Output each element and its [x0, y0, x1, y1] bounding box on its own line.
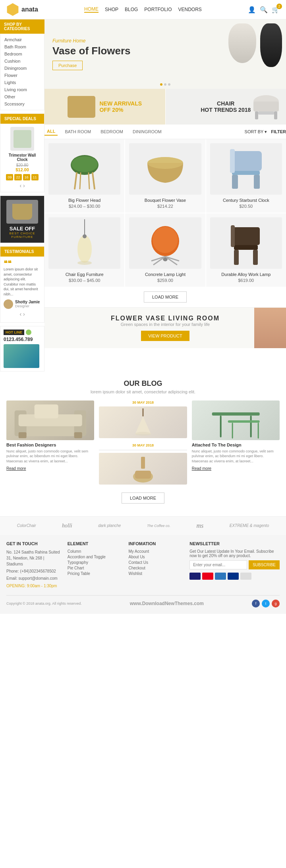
product-card-6[interactable]: Durable Alloy Work Lamp $619.00: [206, 213, 286, 287]
svg-rect-38: [19, 432, 27, 438]
category-other[interactable]: Other: [0, 93, 44, 100]
nav-portfolio[interactable]: PORTFOLIO: [144, 7, 172, 12]
load-more-button[interactable]: LOAD MORE: [144, 291, 187, 303]
footer-info-wishlist[interactable]: Wishlist: [128, 571, 183, 576]
product-grid: Big Flower Head $24.00 – $30.00 Bouquet …: [44, 139, 286, 287]
footer-element-accordion[interactable]: Accordion and Toggle: [68, 555, 122, 559]
social-twitter[interactable]: t: [262, 600, 270, 607]
product-card-1[interactable]: Big Flower Head $24.00 – $30.00: [44, 139, 124, 213]
filter-tab-diningroom[interactable]: DININGROOM: [130, 128, 164, 135]
filter-tab-all[interactable]: ALL: [44, 128, 58, 136]
blog-card-3: Attached To The Design Nunc aliquet, jus…: [192, 400, 280, 488]
category-flower[interactable]: Flower: [0, 72, 44, 79]
nav-blog[interactable]: BLOG: [125, 7, 138, 12]
svg-rect-17: [230, 149, 235, 173]
footer-info-about[interactable]: About Us: [128, 555, 183, 559]
footer-element-column[interactable]: Column: [68, 549, 122, 554]
sofa-svg: [6, 400, 94, 440]
category-accessory[interactable]: Sccessory: [0, 100, 44, 107]
promo-right-banner[interactable]: CHAIR HOT TRENDS 2018: [166, 89, 286, 125]
sort-button[interactable]: SORT BY ▾: [245, 129, 267, 134]
promo-right-text1: CHAIR: [201, 100, 251, 107]
category-bedroom[interactable]: Bedroom: [0, 50, 44, 57]
sale-off-label: SALE OFF: [10, 226, 35, 232]
user-icon[interactable]: 👤: [248, 6, 256, 13]
svg-line-9: [80, 173, 81, 189]
social-facebook[interactable]: f: [252, 600, 260, 607]
product-card-5[interactable]: Concrete Lamp Light $259.00: [125, 213, 205, 287]
hero-cta-button[interactable]: Purchase: [52, 61, 83, 70]
category-cushion[interactable]: Cushion: [0, 57, 44, 65]
lamp-svg-center: [127, 408, 159, 436]
footer-element-pricingtable[interactable]: Pricing Table: [68, 571, 122, 576]
deal-timer: 09 22 16 11: [4, 174, 41, 180]
testimonial-arrows[interactable]: ‹ ›: [4, 309, 41, 319]
search-icon[interactable]: 🔍: [260, 6, 268, 13]
blog-name-1: Best Fashion Designers: [6, 443, 94, 447]
orange-chair-svg: [145, 219, 185, 267]
filter-right: SORT BY ▾ FILTER: [245, 129, 286, 134]
hero-banner: Furniture Home Vase of Flowers Purchase: [44, 19, 286, 89]
filter-button[interactable]: FILTER: [271, 129, 286, 134]
category-bathroom[interactable]: Bath Room: [0, 43, 44, 50]
nav-vendors[interactable]: VENDORS: [178, 7, 201, 12]
footer-element-typography[interactable]: Typography: [68, 560, 122, 565]
blog-center-image2: [99, 453, 187, 485]
svg-point-23: [153, 227, 178, 253]
pendant-lamp-svg: [71, 219, 99, 267]
svg-point-43: [135, 432, 151, 436]
product-card-3[interactable]: Century Starburst Clock $20.50: [206, 139, 286, 213]
product-card-4[interactable]: Chair Egg Furniture $30.00 – $45.00: [44, 213, 124, 287]
dot-3[interactable]: [168, 83, 170, 86]
newsletter-subscribe-button[interactable]: SUBSCRIBE: [249, 560, 280, 569]
product-card-2[interactable]: Bouquet Flower Vase $214.22: [125, 139, 205, 213]
svg-rect-32: [253, 250, 258, 265]
blog-center-date1: 30 MAY 2018: [132, 400, 154, 404]
dot-2[interactable]: [164, 83, 166, 86]
category-lights[interactable]: Lights: [0, 79, 44, 86]
svg-rect-15: [232, 175, 238, 189]
read-more-3[interactable]: Read more: [192, 466, 211, 471]
footer-info-checkout[interactable]: Checkout: [128, 566, 183, 570]
main-nav: HOME SHOP BLOG PORTFOLIO VENDORS: [84, 6, 202, 13]
filter-bar: ALL BATH ROOM BEDROOM DININGROOM SORT BY…: [44, 125, 286, 139]
newsletter-input[interactable]: [189, 560, 247, 569]
partner-magento: EXTREME & magento: [230, 523, 269, 528]
svg-rect-2: [255, 111, 258, 119]
cart-icon[interactable]: 🛒2: [272, 6, 280, 13]
chair-green-svg: [67, 147, 102, 191]
blog-center-col: 30 MAY 2018 30 MAY 2018: [99, 400, 187, 488]
chair-promo-image: [250, 94, 282, 121]
filter-tab-bathroom[interactable]: BATH ROOM: [62, 128, 93, 135]
nav-home[interactable]: HOME: [84, 6, 99, 13]
product-name-1: Big Flower Head: [48, 198, 120, 203]
logo[interactable]: anata: [6, 3, 38, 16]
category-armchair[interactable]: Armchair: [0, 36, 44, 43]
social-google[interactable]: g: [272, 600, 280, 607]
footer-info-myaccount[interactable]: My Account: [128, 549, 183, 554]
blog-load-more-button[interactable]: LOAD MORE: [122, 492, 164, 504]
newsletter-desc: Get Our Latest Update In Your Email. Sub…: [189, 549, 280, 558]
blog-subtitle: lorem ipsum dolor sit amet, consectetur …: [6, 389, 280, 394]
nav-shop[interactable]: SHOP: [105, 7, 118, 12]
partner-colorchair: ColorChair: [17, 523, 36, 528]
timer-ms: 11: [31, 174, 39, 180]
product-price-6: $619.00: [210, 278, 282, 283]
category-diningroom[interactable]: Diningroom: [0, 65, 44, 72]
category-livingroom[interactable]: Living room: [0, 86, 44, 93]
deal-name: Trimestor Wall Clock: [4, 153, 41, 162]
product-name-3: Century Starburst Clock: [210, 198, 282, 203]
footer-info-contact[interactable]: Contact Us: [128, 560, 183, 565]
dot-1[interactable]: [160, 83, 162, 86]
payment-icons: [189, 573, 280, 580]
promo-band-button[interactable]: VIEW PRODUCT: [141, 331, 189, 341]
blog-center-image1: [99, 406, 187, 438]
payment-amex: [215, 573, 226, 580]
deal-arrows[interactable]: ‹ ›: [4, 182, 41, 189]
table-svg: [192, 400, 280, 440]
read-more-1[interactable]: Read more: [6, 466, 26, 471]
cart-badge: 2: [276, 4, 282, 9]
footer-element-piechart[interactable]: Pie Chart: [68, 566, 122, 570]
filter-tab-bedroom[interactable]: BEDROOM: [98, 128, 126, 135]
promo-left-banner[interactable]: NEW ARRIVALS OFF 20%: [44, 89, 165, 125]
